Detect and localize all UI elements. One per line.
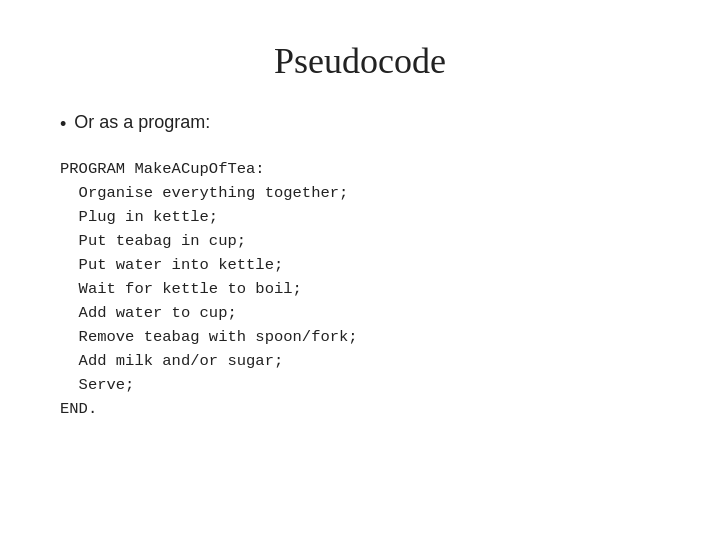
slide: Pseudocode • Or as a program: PROGRAM Ma… <box>0 0 720 540</box>
bullet-dot: • <box>60 112 66 137</box>
bullet-text: Or as a program: <box>74 112 210 133</box>
bullet-intro: • Or as a program: <box>60 112 210 137</box>
pseudocode-block: PROGRAM MakeACupOfTea: Organise everythi… <box>60 157 358 421</box>
slide-title: Pseudocode <box>60 40 660 82</box>
